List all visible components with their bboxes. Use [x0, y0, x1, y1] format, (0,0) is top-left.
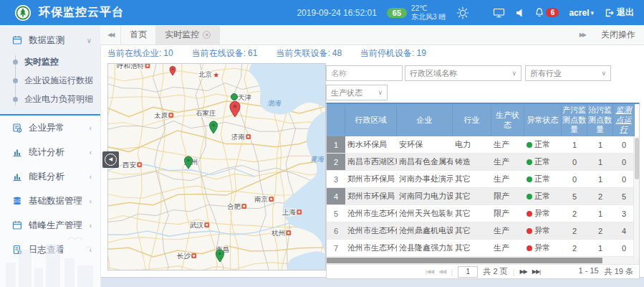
cell-num: 2 [327, 154, 345, 170]
table-row[interactable]: 4郑州市环保局河南同力电力设备其它限产正常525 [327, 188, 639, 205]
sidebar-subitem[interactable]: 企业设施运行数据 [15, 71, 100, 90]
tab-realtime-monitor[interactable]: 实时监控 ✕ [156, 26, 220, 44]
table-row[interactable]: 6沧州市生态环保沧州鼎鑫机电设备其它生产异常224 [327, 222, 639, 240]
hscroll-thumb[interactable] [327, 258, 602, 263]
grid-header-cell[interactable] [327, 104, 345, 136]
app-logo-icon [14, 4, 32, 22]
stat-label: 当前在线设备: [192, 48, 246, 58]
cell-abnormal: 正常 [524, 188, 562, 204]
notifications[interactable]: 6 [534, 7, 559, 18]
sidebar-item-label: 数据监测 [29, 34, 64, 47]
tab-close-icon[interactable]: ✕ [203, 31, 211, 39]
cell-v1: 2 [562, 222, 587, 239]
sidebar-item-label: 统计分析 [29, 146, 64, 159]
cell-v2: 1 [587, 154, 613, 170]
chevron-left-icon: ‹ [90, 149, 92, 156]
pager-page-input[interactable] [458, 266, 478, 278]
name-search-input[interactable] [326, 65, 403, 81]
table-row[interactable]: 2南昌市西湖区环保南昌有色金属有限铸造生产正常010 [327, 154, 639, 171]
map-marker-green-icon[interactable] [231, 94, 238, 100]
cell-region: 沧州市生态环保 [345, 222, 397, 239]
grid-header-cell[interactable]: 生产状态 [491, 104, 524, 136]
stat-value: 48 [332, 48, 342, 58]
bullet-icon [13, 78, 18, 83]
region-select-value: 行政区域名称 [410, 68, 511, 79]
grid-header-cell[interactable]: 治污监测点数量 [587, 104, 613, 136]
calendar-icon [12, 220, 22, 230]
tabs-scroll-right-icon[interactable]: ▶▶ [572, 32, 592, 38]
temperature: 22℃ [411, 4, 446, 13]
close-operations-menu[interactable]: 关闭操作 [592, 29, 644, 41]
map-panel[interactable]: 呼和浩特北京★天津太原石家庄济南西安郑州南京合肥上海武汉杭州长沙南昌渤海黄海 [107, 63, 326, 270]
sidebar-item-1[interactable]: 企业异常‹ [0, 116, 100, 140]
table-row[interactable]: 5沧州市生态环保沧州天兴包装制品其它限产异常213 [327, 205, 639, 222]
cell-company: 沧州鼎鑫机电设备 [397, 222, 453, 239]
sidebar-item-2[interactable]: 统计分析‹ [0, 140, 100, 164]
filter-bar: 行政区域名称 ∨ 所有行业 ∨ 生产状态 ∨ [326, 63, 640, 100]
pager-first-icon[interactable]: |◀◀ [426, 268, 433, 275]
speaker-icon[interactable] [515, 8, 524, 18]
monitor-icon[interactable] [493, 7, 505, 19]
map-sea-label: 渤海 [267, 99, 282, 107]
tab-home[interactable]: 首页 [120, 26, 156, 44]
cell-v2: 1 [587, 136, 613, 153]
cell-v2: 2 [587, 222, 613, 239]
chevron-down-icon: ∨ [378, 89, 383, 96]
stat-value: 19 [416, 48, 426, 58]
sidebar-item-3[interactable]: 能耗分析‹ [0, 164, 100, 189]
grid-header-cell[interactable]: 行业 [453, 104, 491, 136]
sidebar-item-4[interactable]: 基础数据管理‹ [0, 189, 100, 213]
sidebar-subitem-label: 企业设施运行数据 [24, 75, 93, 87]
grid-header-cell[interactable]: 监测点运行 [613, 104, 635, 136]
grid-header-cell[interactable]: 产污监测点数量 [562, 104, 587, 136]
region-select[interactable]: 行政区域名称 ∨ [405, 65, 522, 81]
sidebar-item-label: 日志查看 [29, 244, 64, 256]
capital-star-icon: ★ [213, 71, 219, 79]
cell-company: 沧县隆鑫强力加 [397, 240, 453, 256]
sidebar-subitem[interactable]: 实时监控 [15, 52, 100, 71]
status-text: 异常 [534, 225, 550, 236]
sidebar-subitem[interactable]: 企业电力负荷明细 [15, 90, 100, 108]
map-poi-icon [191, 253, 196, 258]
map-city-label: 呼和浩特 [117, 64, 145, 70]
user-menu[interactable]: acrel ▾ [569, 8, 594, 18]
chevron-down-icon: ∨ [87, 37, 92, 44]
sidebar-submenu: 实时监控企业设施运行数据企业电力负荷明细 [15, 52, 100, 108]
sun-icon [456, 6, 470, 20]
stat-value: 61 [248, 48, 257, 58]
sidebar-item-0[interactable]: 数据监测∨ [0, 28, 100, 52]
sidebar-subitem-label: 企业电力负荷明细 [24, 93, 93, 105]
pager-last-icon[interactable]: ▶▶| [532, 268, 540, 275]
cell-v3: 4 [613, 222, 635, 239]
cell-v3: 5 [613, 188, 635, 204]
logout-button[interactable]: 退出 [604, 6, 634, 19]
sidebar-item-label: 错峰生产管理 [29, 220, 82, 232]
cell-prod_status: 限产 [491, 188, 524, 204]
tabs-scroll-left-icon[interactable]: ◀◀ [100, 32, 120, 38]
sidebar-item-5[interactable]: 错峰生产管理‹ [0, 213, 100, 237]
table-row[interactable]: 3郑州市环保局河南办事处演示其它生产正常010 [327, 171, 639, 188]
vertical-scrollbar[interactable] [633, 136, 639, 259]
table-row[interactable]: 7沧州市生态环保沧县隆鑫强力加其它生产异常210 [327, 240, 639, 257]
sidebar-item-label: 基础数据管理 [29, 195, 82, 207]
cell-prod_status: 限产 [491, 205, 524, 222]
grid-header-cell[interactable]: 企业 [397, 104, 453, 136]
cell-company: 沧州天兴包装制品 [397, 205, 453, 222]
map-collapse-button[interactable]: ◀ [102, 151, 119, 168]
sidebar-item-6[interactable]: 日志查看‹ [0, 237, 100, 262]
industry-select[interactable]: 所有行业 ∨ [525, 65, 611, 81]
grid-header-cell[interactable]: 异常状态 [524, 104, 562, 136]
cell-region: 南昌市西湖区环保 [345, 154, 397, 170]
pager-next-icon[interactable]: ▶▶ [519, 268, 527, 275]
pager-prev-icon[interactable]: ◀◀ [438, 268, 446, 275]
chevron-left-icon: ‹ [90, 173, 92, 181]
aqi-badge: 65 [387, 8, 407, 18]
map-sea-label: 黄海 [310, 155, 325, 163]
vscroll-thumb[interactable] [635, 138, 639, 179]
grid-header-cell[interactable]: 行政区域 [345, 104, 397, 136]
horizontal-scrollbar[interactable] [327, 257, 639, 265]
status-text: 异常 [534, 208, 550, 219]
table-row[interactable]: 1衡水环保局安环保电力生产正常110 [327, 136, 639, 154]
production-status-select[interactable]: 生产状态 ∨ [326, 85, 388, 100]
cell-v2: 2 [587, 188, 613, 204]
